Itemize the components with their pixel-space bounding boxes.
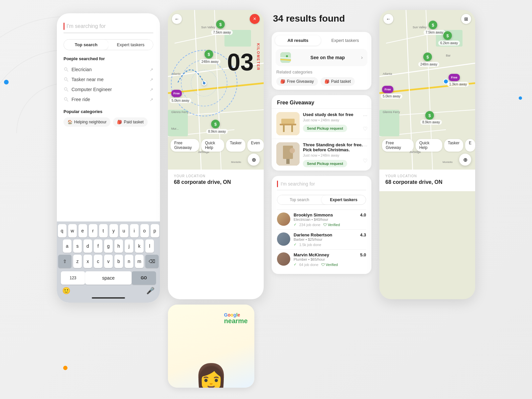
search-icon-1 (64, 67, 69, 72)
more-icon-1[interactable]: ··· (363, 113, 367, 119)
locate-button-full[interactable]: ⊕ (459, 154, 471, 166)
kb-123[interactable]: 123 (61, 271, 85, 285)
svg-text:Montello: Montello (231, 161, 241, 164)
search-item-1[interactable]: Elecrician ↗ (64, 65, 153, 74)
svg-line-6 (67, 80, 68, 81)
svg-text:Mur...: Mur... (171, 127, 179, 130)
tab-expert-taskers[interactable]: Expert taskers (108, 40, 153, 50)
kb-j[interactable]: j (125, 239, 133, 253)
related-chip-1[interactable]: 🎒 Free Giveaway (276, 77, 318, 86)
heart-icon-2[interactable]: ♡ (363, 158, 367, 164)
map2-dist-2: 6.2km away (438, 41, 460, 46)
tab-top-search[interactable]: Top search (64, 40, 108, 50)
cat-chip-paid[interactable]: 🎒 Paid tasket (113, 117, 147, 127)
close-button[interactable]: × (250, 14, 260, 24)
tag-free-full[interactable]: Free Giveway (382, 139, 414, 152)
expert-stats-3: ✓ 64 job done 🛡 Verified (294, 262, 357, 267)
rating-2: 4.3 (360, 232, 366, 237)
kb-b[interactable]: b (114, 255, 123, 268)
map2-marker-free2: Free (449, 74, 460, 81)
kb-i[interactable]: i (130, 224, 139, 237)
kb-go[interactable]: GO (132, 271, 156, 285)
kb-e[interactable]: e (78, 224, 87, 237)
kb-s[interactable]: s (73, 239, 82, 253)
pickup-btn-1[interactable]: Send Pickup request (303, 125, 347, 132)
kb-m[interactable]: m (135, 255, 144, 268)
kb-w[interactable]: w (68, 224, 77, 237)
heart-icon-1[interactable]: ♡ (363, 126, 367, 132)
expert-tab-expert[interactable]: Expert taskers (322, 195, 366, 204)
results-card: All results Expert taskers See on the ma… (272, 32, 371, 90)
kb-space[interactable]: space (85, 271, 132, 285)
search-item-2[interactable]: Tasker near me ↗ (64, 74, 153, 84)
kb-o[interactable]: o (140, 224, 149, 237)
search-placeholder: I'm searching for (66, 23, 106, 29)
tag-tasker-full[interactable]: Tasker (444, 139, 463, 152)
kb-shift[interactable]: ⇧ (58, 255, 71, 268)
expert-avatar-2 (277, 232, 290, 246)
kb-x[interactable]: x (83, 255, 92, 268)
tag-free-giveaway[interactable]: Free Giveaway (171, 139, 199, 152)
expert-tab-top[interactable]: Top search (277, 195, 322, 204)
kb-p[interactable]: p (151, 224, 159, 237)
kb-y[interactable]: y (109, 224, 118, 237)
arrow-icon-1: ↗ (150, 67, 153, 72)
search-input-container[interactable]: I'm searching for (64, 23, 153, 33)
kb-delete[interactable]: ⌫ (145, 255, 159, 268)
pickup-btn-2[interactable]: Send Pickup request (303, 160, 347, 167)
emoji-button[interactable]: 🙂 (62, 287, 70, 295)
svg-point-7 (65, 88, 67, 90)
related-chip-2[interactable]: 🎒 Paid tasket (321, 77, 355, 86)
tag-tasker[interactable]: Tasker (226, 139, 245, 152)
kb-c[interactable]: c (94, 255, 102, 268)
back-button-full[interactable]: ← (383, 14, 393, 24)
expert-item-3: Marvin McKinney Plumber • $65/hour ✓ 64 … (277, 249, 366, 269)
kb-u[interactable]: u (120, 224, 128, 237)
see-on-map-button[interactable]: See on the map › (276, 49, 367, 66)
arrow-icon-2: ↗ (150, 77, 153, 82)
more-icon-2[interactable]: ··· (363, 143, 367, 149)
kb-n[interactable]: n (125, 255, 133, 268)
svg-rect-50 (379, 110, 399, 136)
search-item-label-1: Elecrician (71, 67, 92, 72)
cat-chip-helping[interactable]: 🏠 Helping neighbour (64, 117, 110, 127)
back-button[interactable]: ← (172, 14, 182, 24)
map2-dist-free2: 1.3km away (447, 82, 469, 87)
map2-dist-1: 7.5km away (424, 30, 445, 35)
filter-button[interactable]: ⊞ (461, 14, 471, 24)
search-panel-placeholder: I'm searching for (281, 181, 315, 187)
dist-free: 5.0km away (170, 98, 191, 103)
kb-l[interactable]: l (145, 239, 154, 253)
kb-h[interactable]: h (114, 239, 123, 253)
related-label-2: Paid tasket (331, 79, 351, 84)
tag-e-full[interactable]: E (465, 139, 475, 152)
svg-rect-35 (283, 125, 285, 132)
kb-t[interactable]: t (99, 224, 108, 237)
search-input-row[interactable]: I'm searching for (277, 181, 366, 190)
kb-g[interactable]: g (104, 239, 113, 253)
search-item-4[interactable]: Free ride ↗ (64, 94, 153, 104)
kb-q[interactable]: q (58, 224, 66, 237)
kb-d[interactable]: d (83, 239, 92, 253)
locate-button[interactable]: ⊕ (248, 154, 260, 166)
mic-button[interactable]: 🎤 (146, 287, 155, 295)
expert-role-2: Barber • $25/hour (294, 237, 357, 241)
tab-all-results[interactable]: All results (275, 35, 321, 46)
search-item-3[interactable]: Computer Engineer ↗ (64, 84, 153, 94)
expert-name-2: Darlene Robertson (294, 232, 357, 237)
kb-v[interactable]: v (104, 255, 113, 268)
tab-expert-taskers-results[interactable]: Expert taskers (322, 35, 368, 46)
cat-emoji-1: 🏠 (67, 120, 72, 124)
jobs-2: 1.5k job done (299, 243, 321, 247)
kb-r[interactable]: r (89, 224, 97, 237)
marker-2: $ (204, 50, 213, 59)
tag-quick-full[interactable]: Quick Help (416, 139, 442, 152)
kb-f[interactable]: f (94, 239, 102, 253)
tag-quick-help[interactable]: Quick Help (201, 139, 224, 152)
kb-a[interactable]: a (63, 239, 71, 253)
kb-z[interactable]: z (73, 255, 82, 268)
km-display: 03 KILOMETER (227, 43, 260, 74)
kb-k[interactable]: k (135, 239, 144, 253)
tag-even[interactable]: Even (247, 139, 264, 152)
expert-name-3: Marvin McKinney (294, 252, 357, 257)
